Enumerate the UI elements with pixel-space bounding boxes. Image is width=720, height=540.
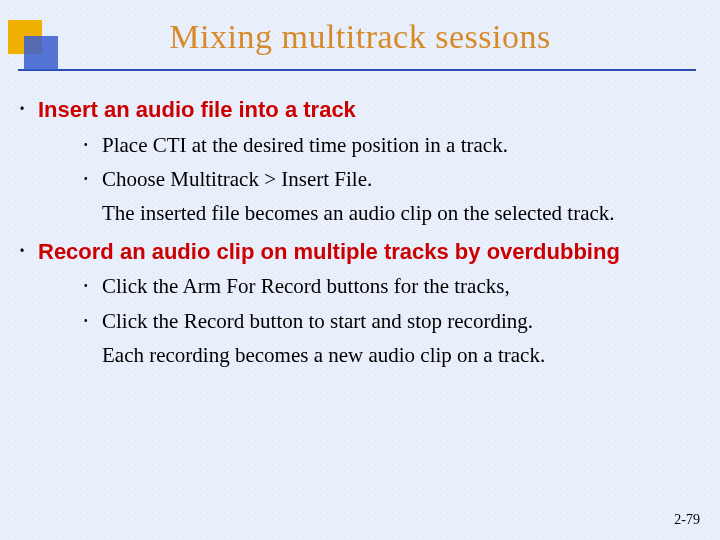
title-area: Mixing multitrack sessions bbox=[0, 18, 720, 56]
list-item-text: Choose Multitrack > Insert File. bbox=[102, 167, 372, 191]
slide-title: Mixing multitrack sessions bbox=[169, 18, 550, 55]
section-1-heading: Insert an audio file into a track bbox=[38, 96, 696, 125]
blue-square-icon bbox=[24, 36, 58, 70]
list-item: The inserted file becomes an audio clip … bbox=[84, 199, 696, 227]
list-item-text: Click the Record button to start and sto… bbox=[102, 309, 533, 333]
section-2: Record an audio clip on multiple tracks … bbox=[20, 238, 696, 370]
list-item-text: Each recording becomes a new audio clip … bbox=[102, 343, 545, 367]
list-item: Click the Arm For Record buttons for the… bbox=[84, 272, 696, 300]
list-item-text: Click the Arm For Record buttons for the… bbox=[102, 274, 510, 298]
list-item: Place CTI at the desired time position i… bbox=[84, 131, 696, 159]
list-item: Each recording becomes a new audio clip … bbox=[84, 341, 696, 369]
title-underline bbox=[18, 69, 696, 71]
corner-decoration bbox=[8, 20, 70, 76]
content-area: Insert an audio file into a track Place … bbox=[20, 96, 696, 379]
section-2-heading: Record an audio clip on multiple tracks … bbox=[38, 238, 696, 267]
section-1: Insert an audio file into a track Place … bbox=[20, 96, 696, 228]
list-item-text: The inserted file becomes an audio clip … bbox=[102, 201, 615, 225]
list-item-text: Place CTI at the desired time position i… bbox=[102, 133, 508, 157]
list-item: Choose Multitrack > Insert File. bbox=[84, 165, 696, 193]
page-number: 2-79 bbox=[674, 512, 700, 528]
list-item: Click the Record button to start and sto… bbox=[84, 307, 696, 335]
